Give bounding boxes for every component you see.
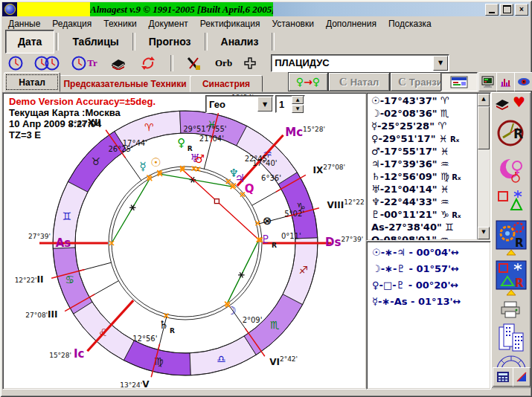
eye-view-button[interactable] [514,72,532,91]
spinner-value: 1 [276,99,292,110]
svg-text:♇: ♇ [260,233,270,246]
natal-rotate-button[interactable]: C Натал [328,72,390,91]
histogram-view-button[interactable] [496,72,515,91]
spin-up-icon[interactable]: ▲ [292,96,304,104]
svg-text:12°56': 12°56' [132,335,157,343]
menu-item-Установки[interactable]: Установки [266,17,319,30]
orb-label: Orb [215,57,232,69]
chevron-down-icon[interactable]: ▼ [257,97,272,112]
rotate-c-icon: C [339,76,347,88]
tab-Предсказательные Техники[interactable]: Предсказательные Техники [48,75,202,92]
moon-planets-button[interactable] [496,156,525,184]
scroll-down-icon[interactable]: ▼ [478,227,490,239]
menu-item-Данные[interactable]: Данные [2,17,46,30]
histogram-icon [499,76,512,88]
monitor-view-button[interactable] [478,72,497,91]
house-system-select[interactable]: ПЛАЦИДУС ▼ [271,54,449,72]
svg-text:21°04': 21°04' [199,135,224,143]
window-view-button[interactable] [440,72,478,91]
aspect-row[interactable]: ♀-□-♇ - 00°20'↔ [368,277,490,294]
double-clock-button[interactable] [29,54,65,72]
planet-row[interactable]: ♆-22°44'33" ♒ [368,196,477,208]
svg-text:R: R [170,327,175,335]
harmonic-spinner[interactable]: 1 ▲▼ [275,95,305,113]
main-button-Прогноз[interactable]: Прогноз [137,30,203,53]
tab-Натал[interactable]: Натал [4,72,60,92]
minimize-button[interactable] [485,4,499,16]
spin-down-icon[interactable]: ▼ [292,105,304,113]
natal-clock-button[interactable] [2,54,29,72]
print-preview-icon[interactable] [494,97,510,110]
scroll-thumb[interactable] [478,106,490,149]
almagest-window: Almagest v.9 © 1991-2005 [Built April,6 … [0,0,532,397]
eye-icon [517,77,531,87]
window-controls: × [485,2,530,16]
synastry-quick-button[interactable]: ♀→♀ [288,72,328,91]
planet-row[interactable]: Ω-08°08'01" ♒ [368,233,477,241]
geo-select[interactable]: Гео ▼ [205,95,274,113]
planet-row[interactable]: As-27°38'40" ♊ [368,221,477,233]
printer-icon[interactable] [499,300,522,320]
planet-row[interactable]: ☉-17°43'37" ♈ [368,94,477,107]
svg-text:R: R [272,242,277,249]
planet-row[interactable]: ♀-29°51'17" ♓ Rx [368,132,477,145]
refresh-button[interactable] [133,54,163,72]
planet-select-button[interactable]: R [496,220,527,256]
planet-row[interactable]: ♅-21°04'14" ♓ [368,183,477,196]
svg-text:29°51': 29°51' [183,125,208,133]
chevron-down-icon[interactable]: ▼ [433,56,448,71]
menu-item-Ректификация[interactable]: Ректификация [194,17,266,30]
menu-item-Документ[interactable]: Документ [143,17,194,30]
main-button-Дата[interactable]: Дата [5,30,54,54]
favorites-heart-icon[interactable]: ♥ [513,95,525,109]
aspect-shapes-button[interactable] [497,189,525,214]
planet-row[interactable]: ♄-12°56'09" ♍ Rx [368,170,477,183]
scroll-up-icon[interactable]: ▲ [478,94,490,106]
planet-list-scrollbar[interactable]: ▲ ▼ [477,94,490,239]
planet-row[interactable]: ♃-17°39'36" ♒ [368,158,477,170]
right-sidebar: ♥ R R R [491,92,531,388]
svg-text:♐: ♐ [299,264,309,276]
planet-row[interactable]: ♂-17°55'17" ♓ [368,145,477,158]
maximize-button[interactable] [500,4,513,16]
svg-text:☽: ☽ [227,304,237,317]
svg-text:♄: ♄ [158,318,168,332]
aspect-row[interactable]: ☉-∗-♃ - 00°04'↔ [368,245,490,261]
svg-text:13°24'V: 13°24'V [120,379,150,387]
svg-text:R: R [513,126,523,141]
orb-plus-icon[interactable] [240,54,260,72]
svg-text:12°22'II: 12°22'II [15,274,44,285]
tab-row: НаталПредсказательные ТехникиСинастрия ♀… [2,73,530,92]
menu-item-Техники[interactable]: Техники [97,17,142,30]
calculator-button[interactable] [493,367,513,387]
clock-retrograde-button[interactable]: R [496,117,527,149]
svg-text:5°02': 5°02' [284,210,304,218]
aspect-row[interactable]: ☽-∗-♇ - 01°57'↔ [368,261,490,277]
aspect-select-button[interactable]: R [496,260,527,296]
svg-text:⊗: ⊗ [263,214,272,227]
main-button-Анализ[interactable]: Анализ [209,30,271,53]
transit-clock-button[interactable]: Tr [65,54,103,72]
aspect-row[interactable]: ☿-∗-As - 01°13'↔ [368,294,490,310]
divider [205,33,208,51]
main-button-Таблицы[interactable]: Таблицы [60,30,130,53]
svg-text:♂: ♂ [195,152,205,166]
menu-item-Подсказка[interactable]: Подсказка [382,17,438,30]
divider [132,33,135,51]
aspect-rows: ☉-∗-♃ - 00°04'↔☽-∗-♇ - 01°57'↔♀-□-♇ - 00… [368,245,490,310]
menu-item-Редакция[interactable]: Редакция [46,17,97,30]
planet-row[interactable]: ☽-02°08'36" ♏ [368,107,477,120]
print-book-button[interactable] [103,54,133,72]
planet-row[interactable]: ☿-25°25'28" ♈ [368,120,477,132]
svg-text:VIII12°22': VIII12°22' [327,198,365,210]
menu-item-Дополнения[interactable]: Дополнения [320,17,382,30]
planet-row[interactable]: ♇-00°11'21" ♑ Rx [368,208,477,221]
svg-text:6°36': 6°36' [261,174,281,182]
buildings-icon[interactable] [496,323,526,354]
settings-tools-button[interactable] [181,54,206,72]
corner-triangle-button[interactable] [513,367,531,387]
close-button[interactable]: × [515,4,528,16]
title-bar: Almagest v.9 © 1991-2005 [Built April,6 … [2,2,530,16]
tab-Синастрия[interactable]: Синастрия [190,75,263,92]
menu-bar: ДанныеРедакцияТехникиДокументРектификаци… [2,16,530,30]
